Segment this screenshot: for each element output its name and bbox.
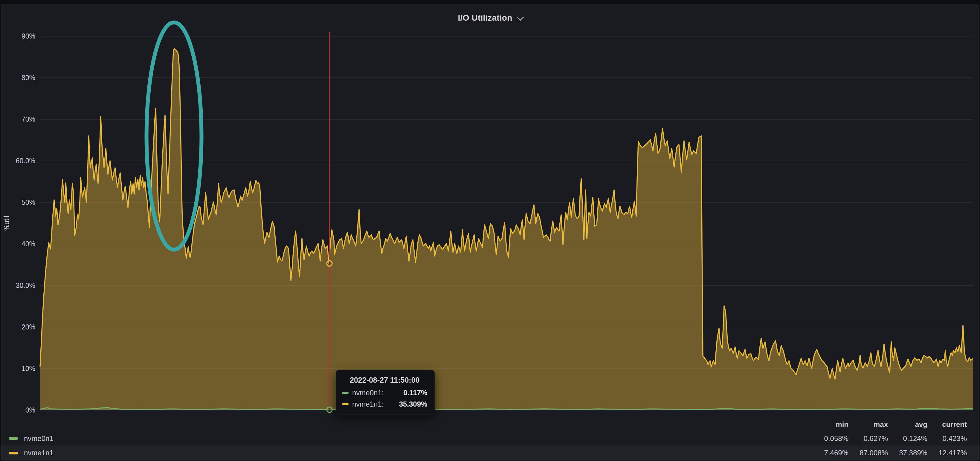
series-color-swatch-icon[interactable] xyxy=(9,437,18,440)
legend-row-nvme0n1[interactable]: nvme0n10.058%0.627%0.124%0.423% xyxy=(0,431,980,445)
chevron-down-icon xyxy=(517,13,524,21)
series-color-dash-icon xyxy=(342,403,348,405)
tooltip-series-name: nvme1n1: xyxy=(352,400,383,409)
series-color-swatch-icon[interactable] xyxy=(9,452,18,455)
y-axis-tick: 20% xyxy=(22,323,35,331)
hover-marker-nvme1n1 xyxy=(327,261,332,266)
y-axis-tick: 40% xyxy=(22,240,35,248)
legend-column-header-avg[interactable]: avg xyxy=(888,420,928,429)
legend-stat-value: 12.417% xyxy=(928,449,967,457)
legend-column-header-current[interactable]: current xyxy=(928,420,967,429)
legend-stat-value: 0.423% xyxy=(928,434,967,443)
tooltip-series-value: 35.309% xyxy=(383,400,427,409)
legend: minmaxavgcurrent nvme0n10.058%0.627%0.12… xyxy=(0,417,980,460)
legend-stat-value: 87.008% xyxy=(848,449,888,457)
y-axis-tick: 60.0% xyxy=(16,157,35,165)
hover-marker-nvme0n1 xyxy=(327,407,332,412)
tooltip-rows: nvme0n1:0.117%nvme1n1:35.309% xyxy=(342,389,427,409)
y-axis-tick: 0% xyxy=(25,406,35,414)
legend-stat-value: 0.124% xyxy=(888,434,928,443)
legend-header-row: minmaxavgcurrent xyxy=(0,417,980,431)
legend-stat-value: 7.469% xyxy=(809,449,848,457)
panel-title: I/O Utilization xyxy=(458,13,512,23)
legend-column-header-max[interactable]: max xyxy=(848,420,888,429)
tooltip-series-value: 0.117% xyxy=(383,389,427,397)
y-axis-tick: 50% xyxy=(22,199,35,206)
io-utilization-chart[interactable]: 0%10%20%30.0%40%50%60.0%70%80%90%%util xyxy=(0,0,980,461)
legend-series-name[interactable]: nvme0n1 xyxy=(24,434,54,443)
y-axis-tick: 30.0% xyxy=(16,281,35,289)
legend-rows: nvme0n10.058%0.627%0.124%0.423%nvme1n17.… xyxy=(0,431,980,460)
tooltip-series-row: nvme1n1:35.309% xyxy=(342,400,427,409)
legend-column-header-min[interactable]: min xyxy=(809,420,848,429)
tooltip-series-row: nvme0n1:0.117% xyxy=(342,389,427,397)
legend-stat-value: 0.058% xyxy=(809,434,848,443)
y-axis-title: %util xyxy=(3,216,11,231)
tooltip-series-name: nvme0n1: xyxy=(352,389,383,397)
legend-series-name[interactable]: nvme1n1 xyxy=(24,449,54,457)
panel-title-menu[interactable]: I/O Utilization xyxy=(0,13,980,23)
legend-stat-value: 37.389% xyxy=(888,449,928,457)
tooltip-timestamp: 2022-08-27 11:50:00 xyxy=(342,376,427,385)
hover-tooltip: 2022-08-27 11:50:00 nvme0n1:0.117%nvme1n… xyxy=(336,370,435,415)
y-axis-tick: 80% xyxy=(22,74,35,82)
y-axis-tick: 90% xyxy=(22,32,35,40)
y-axis-tick: 10% xyxy=(22,365,35,372)
y-axis-tick: 70% xyxy=(22,115,35,123)
legend-stat-value: 0.627% xyxy=(848,434,888,443)
series-color-dash-icon xyxy=(342,392,348,394)
legend-row-nvme1n1[interactable]: nvme1n17.469%87.008%37.389%12.417% xyxy=(0,445,980,460)
